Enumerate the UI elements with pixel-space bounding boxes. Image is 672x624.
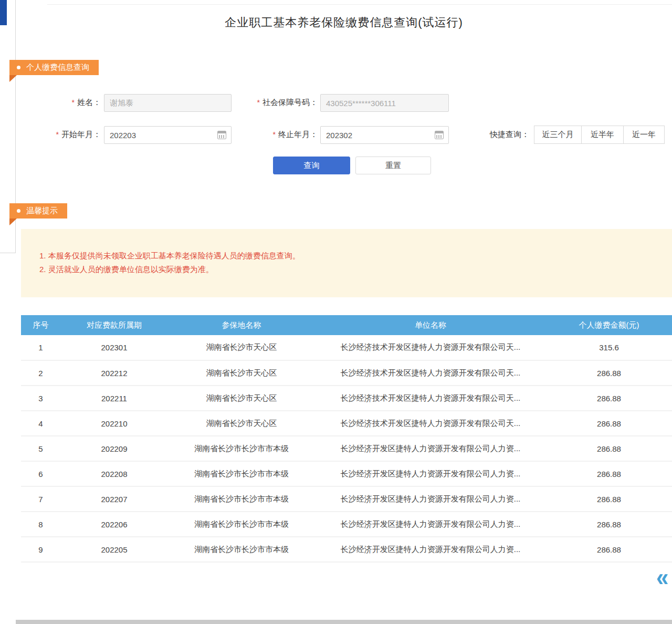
table-row: 2 202212 湖南省长沙市天心区 长沙经济技术开发区捷特人力资源开发有限公司… <box>21 360 672 386</box>
cell-index: 8 <box>21 512 60 537</box>
start-month-label: *开始年月： <box>45 130 101 140</box>
header-company: 单位名称 <box>315 315 546 335</box>
table-row: 4 202210 湖南省长沙市天心区 长沙经济技术开发区捷特人力资源开发有限公司… <box>21 411 672 436</box>
cell-company: 长沙经济开发区捷特人力资源开发有限公司人力资... <box>315 436 546 461</box>
cell-amount: 286.88 <box>546 360 672 386</box>
corner-brand-block <box>0 0 7 25</box>
calendar-icon[interactable] <box>435 131 444 139</box>
cell-period: 202210 <box>60 411 168 436</box>
cell-amount: 286.88 <box>546 436 672 461</box>
table-row: 8 202206 湖南省长沙市长沙市市本级 长沙经济开发区捷特人力资源开发有限公… <box>21 512 672 537</box>
cell-company: 长沙经济开发区捷特人力资源开发有限公司人力资... <box>315 512 546 537</box>
cell-index: 9 <box>21 537 60 562</box>
cell-area: 湖南省长沙市长沙市市本级 <box>168 461 315 486</box>
cell-amount: 286.88 <box>546 386 672 411</box>
cell-index: 4 <box>21 411 60 436</box>
quick-query-label: 快捷查询： <box>490 130 529 140</box>
cell-area: 湖南省长沙市天心区 <box>168 386 315 411</box>
cell-area: 湖南省长沙市长沙市市本级 <box>168 537 315 562</box>
tips-panel: 1. 本服务仅提供尚未领取企业职工基本养老保险待遇人员的缴费信息查询。 2. 灵… <box>21 229 672 297</box>
card-top-border <box>47 4 672 5</box>
page-title: 企业职工基本养老保险缴费信息查询(试运行) <box>16 15 672 30</box>
section-header-label: 温馨提示 <box>26 206 58 216</box>
cell-company: 长沙经济技术开发区捷特人力资源开发有限公司天... <box>315 335 546 360</box>
table-row: 7 202207 湖南省长沙市长沙市市本级 长沙经济开发区捷特人力资源开发有限公… <box>21 486 672 512</box>
section-header-label: 个人缴费信息查询 <box>26 63 89 72</box>
bottom-edge-strip <box>16 620 672 624</box>
payment-records-table: 序号 对应费款所属期 参保地名称 单位名称 个人缴费金额(元) 1 202301… <box>21 315 672 563</box>
cell-index: 5 <box>21 436 60 461</box>
cell-company: 长沙经济开发区捷特人力资源开发有限公司人力资... <box>315 486 546 512</box>
table-row: 1 202301 湖南省长沙市天心区 长沙经济技术开发区捷特人力资源开发有限公司… <box>21 335 672 360</box>
calendar-icon[interactable] <box>217 131 226 139</box>
end-month-field[interactable] <box>320 126 449 144</box>
cell-amount: 286.88 <box>546 537 672 562</box>
cell-index: 2 <box>21 360 60 386</box>
cell-amount: 286.88 <box>546 411 672 436</box>
table-row: 3 202211 湖南省长沙市天心区 长沙经济技术开发区捷特人力资源开发有限公司… <box>21 386 672 411</box>
cell-area: 湖南省长沙市天心区 <box>168 411 315 436</box>
cell-amount: 315.6 <box>546 335 672 360</box>
cell-period: 202211 <box>60 386 168 411</box>
cell-company: 长沙经济技术开发区捷特人力资源开发有限公司天... <box>315 411 546 436</box>
header-amount: 个人缴费金额(元) <box>546 315 672 335</box>
name-field[interactable] <box>104 94 232 112</box>
cell-area: 湖南省长沙市长沙市市本级 <box>168 436 315 461</box>
table-header-row: 序号 对应费款所属期 参保地名称 单位名称 个人缴费金额(元) <box>21 315 672 335</box>
bullet-dot-icon <box>17 66 20 69</box>
cell-period: 202206 <box>60 512 168 537</box>
required-asterisk: * <box>273 130 276 139</box>
reset-button[interactable]: 重置 <box>355 157 431 174</box>
ssn-label: *社会保障号码： <box>236 98 318 108</box>
start-month-field[interactable] <box>104 126 232 144</box>
cell-index: 6 <box>21 461 60 486</box>
cell-area: 湖南省长沙市长沙市市本级 <box>168 512 315 537</box>
cell-amount: 286.88 <box>546 486 672 512</box>
required-asterisk: * <box>72 98 75 107</box>
cell-area: 湖南省长沙市长沙市市本级 <box>168 486 315 512</box>
cell-index: 1 <box>21 335 60 360</box>
section-header-tips: 温馨提示 <box>9 203 67 219</box>
cell-amount: 286.88 <box>546 461 672 486</box>
cell-period: 202208 <box>60 461 168 486</box>
quick-btn-last-3-months[interactable]: 近三个月 <box>534 126 582 144</box>
cell-index: 7 <box>21 486 60 512</box>
table-row: 5 202209 湖南省长沙市长沙市市本级 长沙经济开发区捷特人力资源开发有限公… <box>21 436 672 461</box>
ribbon-fold <box>9 219 17 225</box>
cell-area: 湖南省长沙市天心区 <box>168 360 315 386</box>
end-month-label: *终止年月： <box>260 130 318 140</box>
table-body: 1 202301 湖南省长沙市天心区 长沙经济技术开发区捷特人力资源开发有限公司… <box>21 335 672 562</box>
header-index: 序号 <box>21 315 60 335</box>
tips-line: 1. 本服务仅提供尚未领取企业职工基本养老保险待遇人员的缴费信息查询。 <box>39 249 656 263</box>
required-asterisk: * <box>56 130 59 139</box>
cell-area: 湖南省长沙市天心区 <box>168 335 315 360</box>
ribbon-fold <box>9 75 17 82</box>
quick-query-group: 近三个月 近半年 近一年 <box>534 126 665 144</box>
tips-line: 2. 灵活就业人员的缴费单位信息以实际缴费为准。 <box>39 263 656 276</box>
cell-period: 202212 <box>60 360 168 386</box>
name-label: *姓名： <box>52 98 101 108</box>
ssn-field[interactable] <box>320 94 449 112</box>
cell-company: 长沙经济技术开发区捷特人力资源开发有限公司天... <box>315 386 546 411</box>
cell-company: 长沙经济技术开发区捷特人力资源开发有限公司天... <box>315 360 546 386</box>
cell-period: 202207 <box>60 486 168 512</box>
query-button[interactable]: 查询 <box>273 157 350 174</box>
cell-index: 3 <box>21 386 60 411</box>
cell-company: 长沙经济开发区捷特人力资源开发有限公司人力资... <box>315 537 546 562</box>
cell-company: 长沙经济开发区捷特人力资源开发有限公司人力资... <box>315 461 546 486</box>
cell-amount: 286.88 <box>546 512 672 537</box>
table-row: 9 202205 湖南省长沙市长沙市市本级 长沙经济开发区捷特人力资源开发有限公… <box>21 537 672 562</box>
collapse-chevrons-icon[interactable]: « <box>656 565 668 590</box>
section-header-personal-query: 个人缴费信息查询 <box>9 60 99 75</box>
header-period: 对应费款所属期 <box>60 315 168 335</box>
cell-period: 202205 <box>60 537 168 562</box>
required-asterisk: * <box>257 98 260 107</box>
header-area: 参保地名称 <box>168 315 315 335</box>
quick-btn-last-year[interactable]: 近一年 <box>623 126 665 144</box>
cell-period: 202209 <box>60 436 168 461</box>
cell-period: 202301 <box>60 335 168 360</box>
quick-btn-last-half-year[interactable]: 近半年 <box>581 126 624 144</box>
bullet-dot-icon <box>17 209 20 213</box>
table-row: 6 202208 湖南省长沙市长沙市市本级 长沙经济开发区捷特人力资源开发有限公… <box>21 461 672 486</box>
